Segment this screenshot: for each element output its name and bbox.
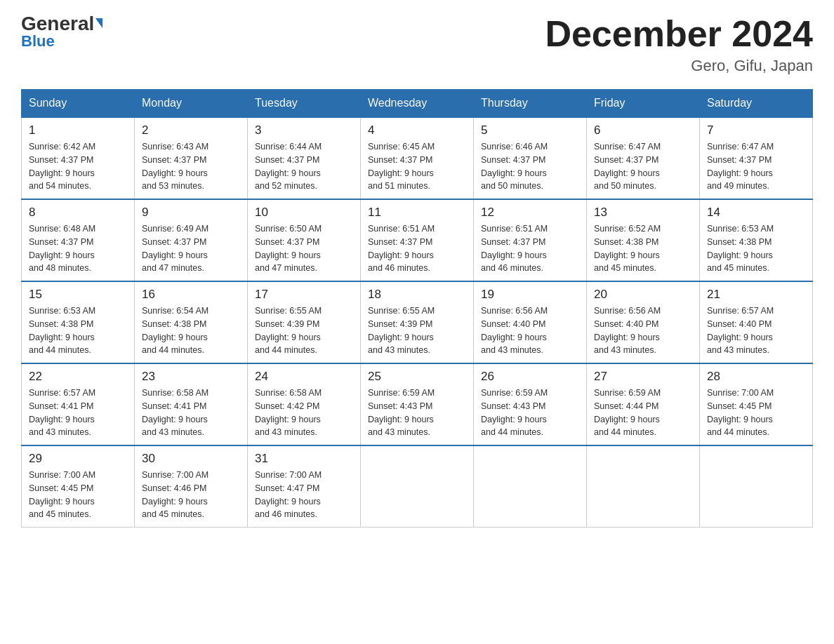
- calendar-cell: 30 Sunrise: 7:00 AM Sunset: 4:46 PM Dayl…: [135, 445, 248, 528]
- day-number: 9: [142, 206, 240, 220]
- calendar-week-2: 8 Sunrise: 6:48 AM Sunset: 4:37 PM Dayli…: [22, 199, 813, 281]
- day-number: 5: [481, 123, 579, 137]
- day-number: 3: [255, 123, 353, 137]
- day-info: Sunrise: 6:42 AM Sunset: 4:37 PM Dayligh…: [29, 140, 127, 193]
- day-info: Sunrise: 6:53 AM Sunset: 4:38 PM Dayligh…: [707, 222, 805, 275]
- day-info: Sunrise: 6:57 AM Sunset: 4:40 PM Dayligh…: [707, 304, 805, 357]
- calendar-cell: [474, 445, 587, 528]
- calendar-cell: 2 Sunrise: 6:43 AM Sunset: 4:37 PM Dayli…: [135, 117, 248, 199]
- calendar-cell: 15 Sunrise: 6:53 AM Sunset: 4:38 PM Dayl…: [22, 281, 135, 363]
- header-tuesday: Tuesday: [248, 90, 361, 118]
- day-info: Sunrise: 6:55 AM Sunset: 4:39 PM Dayligh…: [255, 304, 353, 357]
- calendar-cell: 7 Sunrise: 6:47 AM Sunset: 4:37 PM Dayli…: [700, 117, 813, 199]
- day-info: Sunrise: 6:59 AM Sunset: 4:43 PM Dayligh…: [368, 387, 466, 439]
- calendar-cell: 18 Sunrise: 6:55 AM Sunset: 4:39 PM Dayl…: [361, 281, 474, 363]
- day-info: Sunrise: 6:52 AM Sunset: 4:38 PM Dayligh…: [594, 222, 692, 275]
- day-number: 18: [368, 288, 466, 302]
- day-number: 19: [481, 288, 579, 302]
- logo-top-line: General: [21, 14, 102, 34]
- day-number: 26: [481, 370, 579, 384]
- calendar-cell: 14 Sunrise: 6:53 AM Sunset: 4:38 PM Dayl…: [700, 199, 813, 281]
- calendar-cell: [587, 445, 700, 528]
- calendar-cell: 25 Sunrise: 6:59 AM Sunset: 4:43 PM Dayl…: [361, 363, 474, 445]
- calendar-cell: [361, 445, 474, 528]
- day-info: Sunrise: 6:47 AM Sunset: 4:37 PM Dayligh…: [707, 140, 805, 193]
- day-info: Sunrise: 6:43 AM Sunset: 4:37 PM Dayligh…: [142, 140, 240, 193]
- calendar-cell: 19 Sunrise: 6:56 AM Sunset: 4:40 PM Dayl…: [474, 281, 587, 363]
- calendar-cell: 17 Sunrise: 6:55 AM Sunset: 4:39 PM Dayl…: [248, 281, 361, 363]
- calendar-cell: 27 Sunrise: 6:59 AM Sunset: 4:44 PM Dayl…: [587, 363, 700, 445]
- day-info: Sunrise: 6:55 AM Sunset: 4:39 PM Dayligh…: [368, 304, 466, 357]
- logo-general-text: General: [21, 13, 102, 34]
- calendar-cell: 3 Sunrise: 6:44 AM Sunset: 4:37 PM Dayli…: [248, 117, 361, 199]
- calendar-cell: [700, 445, 813, 528]
- day-info: Sunrise: 6:51 AM Sunset: 4:37 PM Dayligh…: [368, 222, 466, 275]
- day-number: 13: [594, 206, 692, 220]
- header-monday: Monday: [135, 90, 248, 118]
- calendar-cell: 5 Sunrise: 6:46 AM Sunset: 4:37 PM Dayli…: [474, 117, 587, 199]
- calendar-cell: 24 Sunrise: 6:58 AM Sunset: 4:42 PM Dayl…: [248, 363, 361, 445]
- calendar-cell: 16 Sunrise: 6:54 AM Sunset: 4:38 PM Dayl…: [135, 281, 248, 363]
- calendar-week-1: 1 Sunrise: 6:42 AM Sunset: 4:37 PM Dayli…: [22, 117, 813, 199]
- day-number: 27: [594, 370, 692, 384]
- day-info: Sunrise: 6:53 AM Sunset: 4:38 PM Dayligh…: [29, 304, 127, 357]
- header-saturday: Saturday: [700, 90, 813, 118]
- day-number: 14: [707, 206, 805, 220]
- calendar-week-3: 15 Sunrise: 6:53 AM Sunset: 4:38 PM Dayl…: [22, 281, 813, 363]
- day-info: Sunrise: 6:59 AM Sunset: 4:43 PM Dayligh…: [481, 387, 579, 439]
- day-number: 16: [142, 288, 240, 302]
- day-info: Sunrise: 6:56 AM Sunset: 4:40 PM Dayligh…: [481, 304, 579, 357]
- calendar-cell: 11 Sunrise: 6:51 AM Sunset: 4:37 PM Dayl…: [361, 199, 474, 281]
- calendar-week-5: 29 Sunrise: 7:00 AM Sunset: 4:45 PM Dayl…: [22, 445, 813, 528]
- day-number: 30: [142, 452, 240, 466]
- day-info: Sunrise: 6:58 AM Sunset: 4:41 PM Dayligh…: [142, 387, 240, 439]
- day-number: 1: [29, 123, 127, 137]
- day-number: 25: [368, 370, 466, 384]
- calendar-week-4: 22 Sunrise: 6:57 AM Sunset: 4:41 PM Dayl…: [22, 363, 813, 445]
- day-info: Sunrise: 6:48 AM Sunset: 4:37 PM Dayligh…: [29, 222, 127, 275]
- day-number: 6: [594, 123, 692, 137]
- day-info: Sunrise: 6:45 AM Sunset: 4:37 PM Dayligh…: [368, 140, 466, 193]
- calendar-cell: 4 Sunrise: 6:45 AM Sunset: 4:37 PM Dayli…: [361, 117, 474, 199]
- day-info: Sunrise: 6:51 AM Sunset: 4:37 PM Dayligh…: [481, 222, 579, 275]
- logo: General Blue: [21, 14, 102, 51]
- header-friday: Friday: [587, 90, 700, 118]
- page-header: General Blue December 2024 Gero, Gifu, J…: [21, 14, 813, 75]
- calendar-cell: 29 Sunrise: 7:00 AM Sunset: 4:45 PM Dayl…: [22, 445, 135, 528]
- day-info: Sunrise: 6:57 AM Sunset: 4:41 PM Dayligh…: [29, 387, 127, 439]
- month-title: December 2024: [545, 14, 813, 54]
- calendar-cell: 21 Sunrise: 6:57 AM Sunset: 4:40 PM Dayl…: [700, 281, 813, 363]
- day-number: 31: [255, 452, 353, 466]
- header-thursday: Thursday: [474, 90, 587, 118]
- calendar-cell: 12 Sunrise: 6:51 AM Sunset: 4:37 PM Dayl…: [474, 199, 587, 281]
- day-info: Sunrise: 7:00 AM Sunset: 4:47 PM Dayligh…: [255, 469, 353, 521]
- day-number: 23: [142, 370, 240, 384]
- day-number: 7: [707, 123, 805, 137]
- calendar-cell: 8 Sunrise: 6:48 AM Sunset: 4:37 PM Dayli…: [22, 199, 135, 281]
- calendar-cell: 26 Sunrise: 6:59 AM Sunset: 4:43 PM Dayl…: [474, 363, 587, 445]
- calendar-cell: 31 Sunrise: 7:00 AM Sunset: 4:47 PM Dayl…: [248, 445, 361, 528]
- day-number: 24: [255, 370, 353, 384]
- logo-blue-text: Blue: [21, 32, 55, 51]
- title-block: December 2024 Gero, Gifu, Japan: [545, 14, 813, 75]
- day-number: 20: [594, 288, 692, 302]
- day-number: 11: [368, 206, 466, 220]
- day-number: 2: [142, 123, 240, 137]
- day-info: Sunrise: 6:58 AM Sunset: 4:42 PM Dayligh…: [255, 387, 353, 439]
- calendar-cell: 1 Sunrise: 6:42 AM Sunset: 4:37 PM Dayli…: [22, 117, 135, 199]
- day-info: Sunrise: 7:00 AM Sunset: 4:45 PM Dayligh…: [29, 469, 127, 521]
- day-number: 21: [707, 288, 805, 302]
- logo-triangle-icon: [95, 18, 102, 28]
- day-info: Sunrise: 6:44 AM Sunset: 4:37 PM Dayligh…: [255, 140, 353, 193]
- location: Gero, Gifu, Japan: [545, 57, 813, 75]
- calendar-cell: 10 Sunrise: 6:50 AM Sunset: 4:37 PM Dayl…: [248, 199, 361, 281]
- day-info: Sunrise: 7:00 AM Sunset: 4:45 PM Dayligh…: [707, 387, 805, 439]
- day-number: 10: [255, 206, 353, 220]
- day-number: 28: [707, 370, 805, 384]
- calendar-cell: 9 Sunrise: 6:49 AM Sunset: 4:37 PM Dayli…: [135, 199, 248, 281]
- calendar-cell: 22 Sunrise: 6:57 AM Sunset: 4:41 PM Dayl…: [22, 363, 135, 445]
- calendar-cell: 20 Sunrise: 6:56 AM Sunset: 4:40 PM Dayl…: [587, 281, 700, 363]
- calendar-cell: 23 Sunrise: 6:58 AM Sunset: 4:41 PM Dayl…: [135, 363, 248, 445]
- day-number: 22: [29, 370, 127, 384]
- day-info: Sunrise: 6:56 AM Sunset: 4:40 PM Dayligh…: [594, 304, 692, 357]
